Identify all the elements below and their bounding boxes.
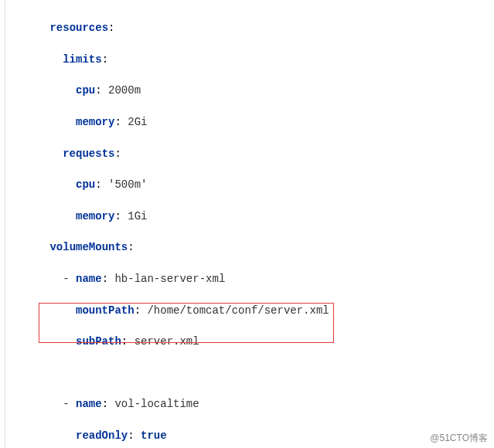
key-volumemounts: volumeMounts [49,241,128,253]
key-resources: resources [49,22,108,34]
line: cpu: '500m' [11,177,494,192]
line: memory: 2Gi [11,114,494,130]
val-readonly: true [141,429,167,442]
line: cpu: 2000m [11,83,494,98]
line: mountPath: /home/tomcat/conf/server.xml [11,303,494,318]
line: - name: hb-lan-server-xml [11,271,494,287]
val-memory: 1Gi [128,210,147,222]
key-limits: limits [63,53,101,66]
fold-gutter [5,0,6,448]
val-memory: 2Gi [128,116,147,128]
val-name: hb-lan-server-xml [114,273,225,285]
key-name: name [76,273,102,285]
key-memory: memory [76,116,114,128]
val-subpath: server.xml [135,335,199,348]
line: limits: [11,52,494,67]
key-cpu: cpu [76,178,95,191]
val-name: vol-localtime [114,398,199,410]
val-cpu: '500m' [108,178,147,191]
line: readOnly: true [11,428,494,443]
watermark: @51CTO博客 [430,432,488,445]
key-subpath: subPath [76,335,121,348]
line: volumeMounts: [11,239,494,255]
key-memory: memory [76,210,114,222]
key-requests: requests [63,148,114,160]
key-readonly: readOnly [76,429,128,442]
blank-line [11,365,494,381]
val-mountpath: /home/tomcat/conf/server.xml [147,304,329,317]
key-name: name [76,398,102,410]
val-cpu: 2000m [108,84,141,97]
line: resources: [11,20,494,36]
key-mountpath: mountPath [76,304,135,317]
yaml-code: resources: limits: cpu: 2000m memory: 2G… [11,5,494,448]
line: memory: 1Gi [11,209,494,224]
key-cpu: cpu [76,84,95,97]
line: - name: vol-localtime [11,396,494,412]
code-viewport: resources: limits: cpu: 2000m memory: 2G… [0,0,494,448]
line: subPath: server.xml [11,334,494,349]
line: requests: [11,146,494,161]
